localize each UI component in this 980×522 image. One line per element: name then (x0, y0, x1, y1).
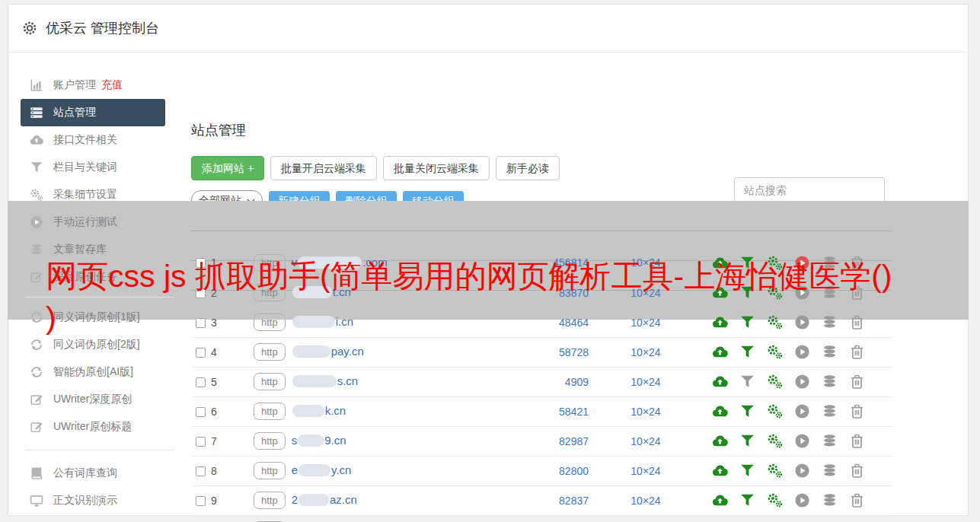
sidebar-item-16[interactable]: 正文识别演示 (21, 487, 165, 514)
row-checkbox[interactable] (196, 377, 206, 387)
cloud-upload-icon[interactable] (712, 374, 728, 390)
article-count-link[interactable]: 82837 (559, 495, 589, 507)
cloud-upload-icon[interactable] (712, 255, 728, 271)
batch-open-cloud-button[interactable]: 批量开启云端采集 (270, 156, 377, 180)
database-icon[interactable] (822, 463, 838, 479)
protocol-badge[interactable]: http (254, 432, 286, 450)
play-icon[interactable] (794, 403, 810, 419)
sidebar-item-10[interactable]: 同义词伪原创[2版] (21, 331, 165, 358)
play-icon[interactable] (794, 492, 810, 508)
filter-icon[interactable] (739, 255, 755, 271)
database-icon[interactable] (822, 433, 838, 449)
cloud-upload-icon[interactable] (712, 463, 728, 479)
sidebar-item-12[interactable]: UWriter深度原创 (21, 386, 165, 413)
filter-icon[interactable] (739, 285, 755, 301)
cloud-upload-icon[interactable] (712, 285, 728, 301)
cloud-upload-icon[interactable] (712, 403, 728, 419)
article-count-link[interactable]: 83870 (559, 287, 589, 299)
database-icon[interactable] (822, 492, 838, 508)
add-site-button[interactable]: 添加网站 + (191, 156, 264, 180)
article-count-link[interactable]: 82987 (559, 435, 589, 447)
site-domain[interactable]: 2az.cn (292, 493, 357, 506)
new-group-button[interactable]: 新建分组 (269, 191, 330, 212)
database-icon[interactable] (822, 403, 838, 419)
sidebar-item-4[interactable]: 采集细节设置 (21, 181, 165, 208)
gears-icon[interactable] (767, 374, 783, 390)
recharge-link[interactable]: 充值 (101, 78, 123, 92)
gears-icon[interactable] (767, 314, 783, 330)
play-icon[interactable] (794, 433, 810, 449)
site-search-input[interactable] (734, 177, 885, 202)
protocol-badge[interactable]: http (254, 492, 286, 509)
article-count-link[interactable]: 48464 (559, 317, 589, 329)
gears-icon[interactable] (767, 463, 783, 479)
protocol-badge[interactable]: http (254, 462, 286, 479)
article-count-link[interactable]: 82800 (559, 465, 589, 477)
site-domain[interactable]: i.cn (292, 315, 353, 328)
sidebar-item-13[interactable]: UWriter原创标题 (21, 413, 165, 441)
batch-close-cloud-button[interactable]: 批量关闭云端采集 (383, 156, 490, 180)
gears-icon[interactable] (767, 344, 783, 360)
trash-icon[interactable] (849, 285, 865, 301)
gears-icon[interactable] (767, 285, 783, 301)
row-checkbox[interactable] (196, 318, 206, 328)
site-domain[interactable]: k.cn (292, 404, 346, 417)
gears-icon[interactable] (767, 433, 783, 449)
filter-icon[interactable] (739, 314, 755, 330)
group-filter-select[interactable]: 全部网站 (191, 190, 263, 212)
trash-icon[interactable] (849, 374, 865, 390)
move-group-button[interactable]: 移动分组 (403, 191, 464, 212)
play-icon[interactable] (794, 463, 810, 479)
site-domain[interactable]: pay.cn (292, 345, 364, 358)
sidebar-item-1[interactable]: 站点管理 (21, 99, 165, 126)
filter-icon[interactable] (739, 433, 755, 449)
sidebar-item-2[interactable]: 接口文件相关 (21, 126, 165, 154)
filter-icon[interactable] (739, 344, 755, 360)
sidebar-item-6[interactable]: 文章暂存库 (21, 236, 165, 263)
row-checkbox[interactable] (196, 258, 206, 268)
newbie-guide-button[interactable]: 新手必读 (496, 156, 560, 180)
article-count-link[interactable]: 58421 (559, 406, 589, 418)
trash-icon[interactable] (849, 492, 865, 508)
database-icon[interactable] (822, 374, 838, 390)
site-domain[interactable]: s9.cn (292, 434, 346, 447)
sidebar-item-5[interactable]: 手动运行测试 (21, 208, 165, 236)
protocol-badge[interactable]: http (254, 314, 286, 331)
delete-group-button[interactable]: 删除分组 (336, 191, 397, 212)
cloud-upload-icon[interactable] (712, 314, 728, 330)
sidebar-item-11[interactable]: 智能伪原创[AI版] (21, 358, 165, 386)
protocol-badge[interactable]: http (254, 403, 286, 420)
protocol-badge[interactable]: http (254, 343, 286, 361)
filter-icon[interactable] (739, 403, 755, 419)
trash-icon[interactable] (849, 344, 865, 360)
cloud-upload-icon[interactable] (712, 344, 728, 360)
article-count-link[interactable]: 4909 (565, 376, 589, 388)
row-checkbox[interactable] (196, 407, 206, 417)
site-domain[interactable]: v.com (292, 256, 388, 269)
protocol-badge[interactable]: http (254, 254, 286, 272)
database-icon[interactable] (822, 314, 838, 330)
database-icon[interactable] (822, 344, 838, 360)
filter-icon[interactable] (739, 374, 755, 390)
sidebar-item-3[interactable]: 栏目与关键词 (21, 154, 165, 181)
row-checkbox[interactable] (196, 348, 206, 358)
database-icon[interactable] (822, 255, 838, 271)
article-count-link[interactable]: 456814 (553, 256, 589, 269)
protocol-badge[interactable]: http (254, 373, 286, 390)
filter-icon[interactable] (739, 492, 755, 508)
trash-icon[interactable] (849, 255, 865, 271)
trash-icon[interactable] (849, 433, 865, 449)
play-icon[interactable] (794, 374, 810, 390)
row-checkbox[interactable] (196, 496, 206, 506)
trash-icon[interactable] (849, 314, 865, 330)
site-domain[interactable]: ey.cn (292, 463, 352, 476)
site-domain[interactable]: s.cn (292, 374, 359, 387)
sidebar-item-7[interactable]: 深度原创任务 (21, 263, 165, 291)
site-domain[interactable]: t.cn (292, 285, 351, 298)
sidebar-item-9[interactable]: 同义词伪原创[1版] (21, 304, 165, 331)
gears-icon[interactable] (767, 255, 783, 271)
protocol-badge[interactable]: http (254, 284, 286, 301)
play-icon[interactable] (794, 285, 810, 301)
cloud-upload-icon[interactable] (712, 433, 728, 449)
play-icon[interactable] (794, 344, 810, 360)
